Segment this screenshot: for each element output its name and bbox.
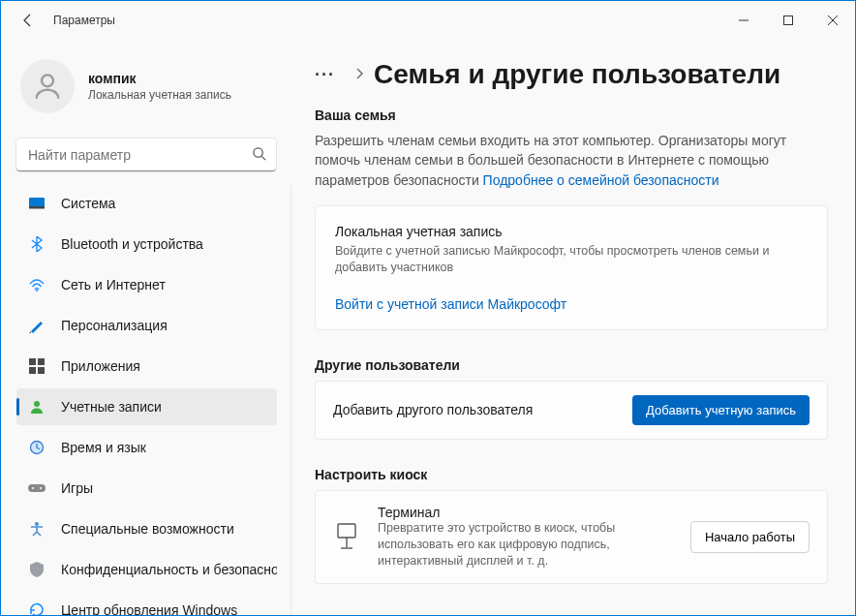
nav-item-apps[interactable]: Приложения bbox=[16, 348, 277, 385]
kiosk-start-button[interactable]: Начало работы bbox=[690, 521, 810, 553]
nav-item-accounts[interactable]: Учетные записи bbox=[16, 388, 277, 425]
close-button[interactable] bbox=[810, 1, 855, 40]
signin-ms-link[interactable]: Войти с учетной записи Майкрософт bbox=[335, 296, 808, 312]
profile-block[interactable]: компик Локальная учетная запись bbox=[1, 51, 291, 133]
nav-list: СистемаBluetooth и устройстваСеть и Инте… bbox=[1, 185, 285, 615]
profile-name: компик bbox=[88, 71, 231, 86]
profile-subtitle: Локальная учетная запись bbox=[88, 88, 231, 102]
nav-item-network[interactable]: Сеть и Интернет bbox=[16, 266, 277, 303]
section-kiosk-title: Настроить киоск bbox=[315, 467, 828, 482]
nav-item-bluetooth[interactable]: Bluetooth и устройства bbox=[16, 226, 277, 262]
svg-rect-18 bbox=[338, 524, 355, 538]
nav-item-gaming[interactable]: Игры bbox=[16, 470, 277, 507]
nav-item-privacy[interactable]: Конфиденциальность и безопасность bbox=[16, 551, 277, 588]
avatar bbox=[20, 59, 75, 113]
nav-item-label: Система bbox=[61, 196, 115, 211]
section-others-title: Другие пользователи bbox=[315, 357, 828, 373]
card-title: Локальная учетная запись bbox=[335, 224, 808, 239]
personalize-icon bbox=[28, 317, 46, 334]
nav-item-label: Время и язык bbox=[61, 440, 146, 455]
nav-item-label: Учетные записи bbox=[61, 399, 162, 415]
svg-rect-14 bbox=[28, 484, 46, 492]
privacy-icon bbox=[28, 561, 46, 578]
search-box bbox=[16, 139, 276, 171]
nav-item-system[interactable]: Система bbox=[16, 185, 277, 222]
window-title: Параметры bbox=[53, 14, 115, 27]
svg-line-4 bbox=[261, 156, 265, 160]
svg-rect-11 bbox=[38, 367, 45, 374]
nav-item-label: Персонализация bbox=[61, 318, 168, 333]
nav-item-time[interactable]: Время и язык bbox=[16, 429, 277, 466]
svg-point-2 bbox=[42, 75, 53, 86]
section-family-title: Ваша семья bbox=[315, 108, 828, 123]
family-safety-link[interactable]: Подробнее о семейной безопасности bbox=[483, 172, 719, 188]
kiosk-subtitle: Превратите это устройство в киоск, чтобы… bbox=[378, 520, 668, 570]
add-account-button[interactable]: Добавить учетную запись bbox=[632, 395, 810, 425]
breadcrumb-more[interactable]: ··· bbox=[315, 65, 335, 85]
svg-point-15 bbox=[32, 487, 34, 489]
svg-point-7 bbox=[36, 290, 38, 292]
svg-rect-6 bbox=[29, 206, 45, 209]
accounts-icon bbox=[28, 398, 46, 416]
nav-item-label: Специальные возможности bbox=[61, 521, 234, 537]
sidebar: компик Локальная учетная запись СистемаB… bbox=[1, 40, 291, 615]
svg-point-17 bbox=[35, 522, 39, 526]
search-input[interactable] bbox=[16, 139, 276, 171]
add-user-label: Добавить другого пользователя bbox=[333, 402, 533, 417]
back-button[interactable] bbox=[18, 11, 38, 30]
section-family-desc: Разрешить членам семьи входить на этот к… bbox=[315, 131, 828, 190]
svg-point-3 bbox=[254, 148, 262, 157]
card-subtitle: Войдите с учетной записью Майкрософт, чт… bbox=[335, 243, 808, 277]
svg-rect-10 bbox=[29, 367, 36, 374]
chevron-right-icon bbox=[354, 67, 364, 82]
breadcrumb: ··· Семья и другие пользователи bbox=[315, 59, 828, 90]
main-content: ··· Семья и другие пользователи Ваша сем… bbox=[291, 40, 855, 615]
svg-point-12 bbox=[34, 401, 40, 407]
bluetooth-icon bbox=[28, 235, 46, 253]
gaming-icon bbox=[28, 479, 46, 497]
svg-rect-9 bbox=[38, 358, 45, 365]
time-icon bbox=[28, 439, 46, 456]
svg-rect-8 bbox=[29, 358, 36, 365]
nav-item-label: Игры bbox=[61, 480, 93, 496]
kiosk-title: Терминал bbox=[378, 505, 690, 520]
add-user-row: Добавить другого пользователя Добавить у… bbox=[315, 381, 828, 440]
kiosk-icon bbox=[333, 517, 360, 556]
local-account-card: Локальная учетная запись Войдите с учетн… bbox=[315, 205, 828, 330]
nav-item-label: Bluetooth и устройства bbox=[61, 236, 203, 252]
search-icon bbox=[252, 146, 266, 164]
network-icon bbox=[28, 276, 46, 293]
apps-icon bbox=[28, 357, 46, 375]
accessibility-icon bbox=[28, 520, 46, 538]
nav-item-update[interactable]: Центр обновления Windows bbox=[16, 592, 277, 615]
nav-item-label: Сеть и Интернет bbox=[61, 277, 166, 293]
nav-item-label: Конфиденциальность и безопасность bbox=[61, 562, 277, 577]
kiosk-card: Терминал Превратите это устройство в кио… bbox=[315, 490, 828, 584]
svg-rect-1 bbox=[784, 16, 793, 25]
system-icon bbox=[28, 195, 46, 212]
titlebar: Параметры bbox=[1, 1, 855, 40]
page-title: Семья и другие пользователи bbox=[374, 59, 780, 90]
minimize-button[interactable] bbox=[721, 1, 766, 40]
update-icon bbox=[28, 601, 46, 615]
nav-item-personalize[interactable]: Персонализация bbox=[16, 307, 277, 344]
maximize-button[interactable] bbox=[766, 1, 810, 40]
nav-item-label: Центр обновления Windows bbox=[61, 602, 237, 615]
nav-item-accessibility[interactable]: Специальные возможности bbox=[16, 510, 277, 547]
svg-point-16 bbox=[40, 487, 42, 489]
nav-item-label: Приложения bbox=[61, 358, 140, 374]
